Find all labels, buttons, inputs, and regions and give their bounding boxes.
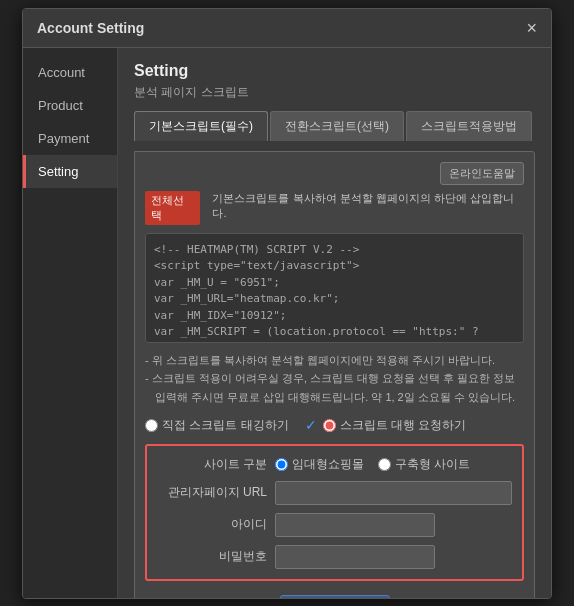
script-code-box: <!-- HEATMAP(TM) SCRIPT V.2 --> <script …: [145, 233, 524, 343]
manager-url-label: 관리자페이지 URL: [157, 484, 267, 501]
notice-text-2: - 스크립트 적용이 어려우실 경우, 스크립트 대행 요청을 선택 후 필요한…: [145, 369, 524, 406]
manager-url-input[interactable]: [275, 481, 512, 505]
site-type-mall-label[interactable]: 임대형쇼핑몰: [275, 456, 364, 473]
sidebar-item-product[interactable]: Product: [23, 89, 117, 122]
tab-basic-script[interactable]: 기본스크립트(필수): [134, 111, 268, 141]
radio-label-direct[interactable]: 직접 스크립트 태깅하기: [145, 417, 289, 434]
tab-bar: 기본스크립트(필수) 전환스크립트(선택) 스크립트적용방법: [134, 111, 535, 141]
notice-text-1: - 위 스크립트를 복사하여 분석할 웹페이지에만 적용해 주시기 바랍니다.: [145, 351, 524, 370]
password-label: 비밀번호: [157, 548, 267, 565]
page-title: Setting: [134, 62, 535, 80]
id-input[interactable]: [275, 513, 435, 537]
request-form-section: 사이트 구분 임대형쇼핑몰 구축형 사이트: [145, 444, 524, 581]
notice-section: - 위 스크립트를 복사하여 분석할 웹페이지에만 적용해 주시기 바랍니다. …: [145, 351, 524, 407]
radio-label-request[interactable]: ✓ 스크립트 대행 요청하기: [305, 417, 467, 434]
checkmark-icon: ✓: [305, 417, 317, 433]
manager-url-row: 관리자페이지 URL: [157, 481, 512, 505]
site-type-row: 사이트 구분 임대형쇼핑몰 구축형 사이트: [157, 456, 512, 473]
copy-all-button[interactable]: 전체선택: [145, 191, 200, 225]
site-type-shrink-label[interactable]: 구축형 사이트: [378, 456, 470, 473]
radio-site-mall[interactable]: [275, 458, 288, 471]
modal-body: Account Product Payment Setting Setting …: [23, 48, 551, 598]
submit-button[interactable]: 요청하기: [280, 595, 390, 598]
sidebar: Account Product Payment Setting: [23, 48, 118, 598]
id-row: 아이디: [157, 513, 512, 537]
account-setting-modal: Account Setting × Account Product Paymen…: [22, 8, 552, 599]
modal-close-button[interactable]: ×: [526, 19, 537, 37]
radio-direct[interactable]: [145, 419, 158, 432]
id-label: 아이디: [157, 516, 267, 533]
site-type-radio-group: 임대형쇼핑몰 구축형 사이트: [275, 456, 470, 473]
script-method-radio-group: 직접 스크립트 태깅하기 ✓ 스크립트 대행 요청하기: [145, 417, 524, 434]
main-content: Setting 분석 페이지 스크립트 기본스크립트(필수) 전환스크립트(선택…: [118, 48, 551, 598]
sidebar-item-payment[interactable]: Payment: [23, 122, 117, 155]
modal-header: Account Setting ×: [23, 9, 551, 48]
site-type-label: 사이트 구분: [157, 456, 267, 473]
radio-site-shrink[interactable]: [378, 458, 391, 471]
tab-convert-script[interactable]: 전환스크립트(선택): [270, 111, 404, 141]
modal-title: Account Setting: [37, 20, 144, 36]
radio-request[interactable]: [323, 419, 336, 432]
password-row: 비밀번호: [157, 545, 512, 569]
tab-content-panel: 온라인도움말 전체선택 기본스크립트를 복사하여 분석할 웹페이지의 하단에 삽…: [134, 151, 535, 598]
online-help-button[interactable]: 온라인도움말: [440, 162, 524, 185]
copy-hint-text: 기본스크립트를 복사하여 분석할 웹페이지의 하단에 삽입합니다.: [212, 191, 524, 221]
submit-area: 요청하기 ☞: [145, 595, 524, 598]
page-subtitle: 분석 페이지 스크립트: [134, 84, 535, 101]
password-input[interactable]: [275, 545, 435, 569]
modal-overlay: Account Setting × Account Product Paymen…: [0, 0, 574, 606]
sidebar-item-account[interactable]: Account: [23, 56, 117, 89]
tab-apply-method[interactable]: 스크립트적용방법: [406, 111, 532, 141]
sidebar-item-setting[interactable]: Setting: [23, 155, 117, 188]
